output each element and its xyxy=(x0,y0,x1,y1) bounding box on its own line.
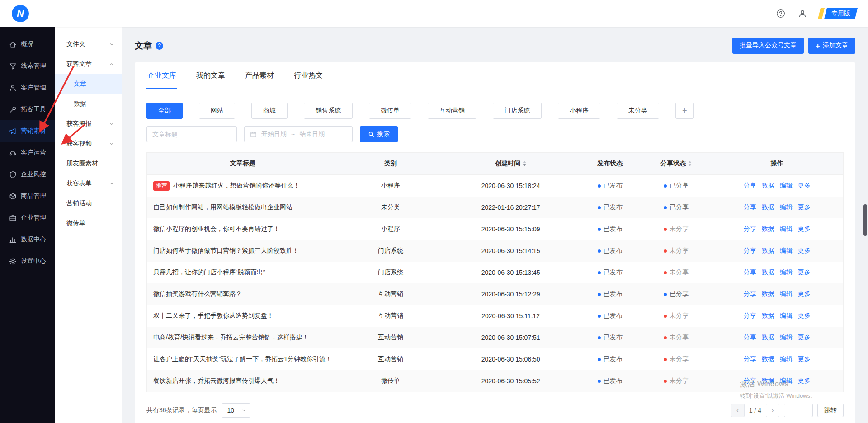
submenu-item-moments[interactable]: 朋友圈素材 xyxy=(55,154,122,174)
article-title-input[interactable] xyxy=(146,126,237,142)
sidebar-item-risk[interactable]: 企业风控 xyxy=(0,164,55,185)
action-more[interactable]: 更多 xyxy=(798,377,811,385)
action-share[interactable]: 分享 xyxy=(744,203,756,212)
action-edit[interactable]: 编辑 xyxy=(780,182,793,190)
add-filter-button[interactable]: + xyxy=(675,103,694,119)
action-share[interactable]: 分享 xyxy=(744,312,756,320)
publish-status: 已发布 xyxy=(579,290,642,298)
search-button[interactable]: 搜索 xyxy=(360,126,398,142)
filter-chip-sales-system[interactable]: 销售系统 xyxy=(304,103,353,119)
action-data[interactable]: 数据 xyxy=(762,268,774,277)
sidebar-item-marketing[interactable]: 营销素材 xyxy=(0,120,55,142)
sidebar-item-data[interactable]: 数据中心 xyxy=(0,229,55,250)
action-data[interactable]: 数据 xyxy=(762,355,774,363)
filter-chip-mall[interactable]: 商城 xyxy=(251,103,288,119)
tab-my-articles[interactable]: 我的文章 xyxy=(195,62,226,89)
sidebar-item-customers[interactable]: 客户管理 xyxy=(0,77,55,99)
action-share[interactable]: 分享 xyxy=(744,225,756,233)
action-more[interactable]: 更多 xyxy=(798,203,811,212)
edition-badge[interactable]: 专用版 xyxy=(819,8,856,19)
action-more[interactable]: 更多 xyxy=(798,182,811,190)
action-data[interactable]: 数据 xyxy=(762,225,774,233)
article-category: 小程序 xyxy=(339,182,443,190)
batch-import-button[interactable]: 批量导入公众号文章 xyxy=(732,38,804,54)
action-more[interactable]: 更多 xyxy=(798,225,811,233)
submenu-item-folder[interactable]: 文件夹 xyxy=(55,34,122,54)
sort-icon[interactable] xyxy=(688,161,692,166)
filter-chip-mini-program[interactable]: 小程序 xyxy=(558,103,600,119)
action-share[interactable]: 分享 xyxy=(744,182,756,190)
action-data[interactable]: 数据 xyxy=(762,182,774,190)
page-title: 文章 xyxy=(135,40,152,52)
action-share[interactable]: 分享 xyxy=(744,377,756,385)
add-article-button[interactable]: + 添加文章 xyxy=(808,38,855,54)
tab-industry-hot[interactable]: 行业热文 xyxy=(293,62,324,89)
action-edit[interactable]: 编辑 xyxy=(780,290,793,298)
user-icon[interactable] xyxy=(797,9,807,19)
article-created-time: 2020-06-30 15:14:15 xyxy=(443,247,579,254)
action-edit[interactable]: 编辑 xyxy=(780,355,793,363)
tab-product-material[interactable]: 产品素材 xyxy=(244,62,275,89)
sidebar-item-settings[interactable]: 设置中心 xyxy=(0,250,55,272)
action-share[interactable]: 分享 xyxy=(744,334,756,342)
next-page-button[interactable]: › xyxy=(766,404,779,417)
help-icon[interactable] xyxy=(776,9,786,19)
sidebar-item-company[interactable]: 企业管理 xyxy=(0,207,55,229)
action-share[interactable]: 分享 xyxy=(744,290,756,298)
action-share[interactable]: 分享 xyxy=(744,355,756,363)
filter-chip-interactive-marketing[interactable]: 互动营销 xyxy=(428,103,476,119)
sidebar-item-overview[interactable]: 概况 xyxy=(0,33,55,55)
action-more[interactable]: 更多 xyxy=(798,247,811,255)
scrollbar-thumb[interactable] xyxy=(863,204,867,236)
action-edit[interactable]: 编辑 xyxy=(780,268,793,277)
submenu-item-article[interactable]: 文章 xyxy=(55,74,122,94)
action-data[interactable]: 数据 xyxy=(762,290,774,298)
page-size-select[interactable]: 10 xyxy=(222,403,250,418)
sidebar-item-leads[interactable]: 线索管理 xyxy=(0,55,55,77)
filter-chip-uncategorized[interactable]: 未分类 xyxy=(617,103,659,119)
action-more[interactable]: 更多 xyxy=(798,268,811,277)
article-category: 互动营销 xyxy=(339,290,443,298)
action-data[interactable]: 数据 xyxy=(762,312,774,320)
help-circle-icon[interactable]: ? xyxy=(156,42,163,50)
filter-chip-store-system[interactable]: 门店系统 xyxy=(493,103,542,119)
submenu-item-forms[interactable]: 获客表单 xyxy=(55,174,122,193)
submenu-item-article-data[interactable]: 数据 xyxy=(55,94,122,114)
action-edit[interactable]: 编辑 xyxy=(780,247,793,255)
action-edit[interactable]: 编辑 xyxy=(780,334,793,342)
action-share[interactable]: 分享 xyxy=(744,247,756,255)
date-range-picker[interactable]: 开始日期 ~ 结束日期 xyxy=(244,126,353,142)
submenu-item-posters[interactable]: 获客海报 xyxy=(55,114,122,134)
action-data[interactable]: 数据 xyxy=(762,377,774,385)
action-more[interactable]: 更多 xyxy=(798,355,811,363)
action-more[interactable]: 更多 xyxy=(798,290,811,298)
filter-chip-all[interactable]: 全部 xyxy=(146,103,183,119)
action-data[interactable]: 数据 xyxy=(762,247,774,255)
submenu-item-flyer[interactable]: 微传单 xyxy=(55,213,122,233)
status-dot xyxy=(664,380,667,383)
action-more[interactable]: 更多 xyxy=(798,312,811,320)
filter-chip-website[interactable]: 网站 xyxy=(199,103,235,119)
action-edit[interactable]: 编辑 xyxy=(780,225,793,233)
action-share[interactable]: 分享 xyxy=(744,268,756,277)
page-jump-input[interactable] xyxy=(784,404,813,417)
sort-icon[interactable] xyxy=(523,161,526,166)
submenu-item-articles[interactable]: 获客文章 xyxy=(55,54,122,74)
submenu-item-campaigns[interactable]: 营销活动 xyxy=(55,193,122,213)
sidebar-item-goods[interactable]: 商品管理 xyxy=(0,185,55,207)
sidebar-item-operation[interactable]: 客户运营 xyxy=(0,142,55,164)
app-logo[interactable]: N xyxy=(12,5,29,22)
action-more[interactable]: 更多 xyxy=(798,334,811,342)
filter-chip-micro-flyer[interactable]: 微传单 xyxy=(369,103,411,119)
action-data[interactable]: 数据 xyxy=(762,203,774,212)
prev-page-button[interactable]: ‹ xyxy=(731,404,745,417)
submenu-item-videos[interactable]: 获客视频 xyxy=(55,134,122,154)
action-edit[interactable]: 编辑 xyxy=(780,312,793,320)
tab-enterprise-library[interactable]: 企业文库 xyxy=(146,62,177,89)
action-edit[interactable]: 编辑 xyxy=(780,377,793,385)
action-edit[interactable]: 编辑 xyxy=(780,203,793,212)
chevron-up-icon xyxy=(109,61,114,67)
sidebar-item-tools[interactable]: 拓客工具 xyxy=(0,99,55,120)
page-jump-button[interactable]: 跳转 xyxy=(817,404,844,417)
action-data[interactable]: 数据 xyxy=(762,334,774,342)
